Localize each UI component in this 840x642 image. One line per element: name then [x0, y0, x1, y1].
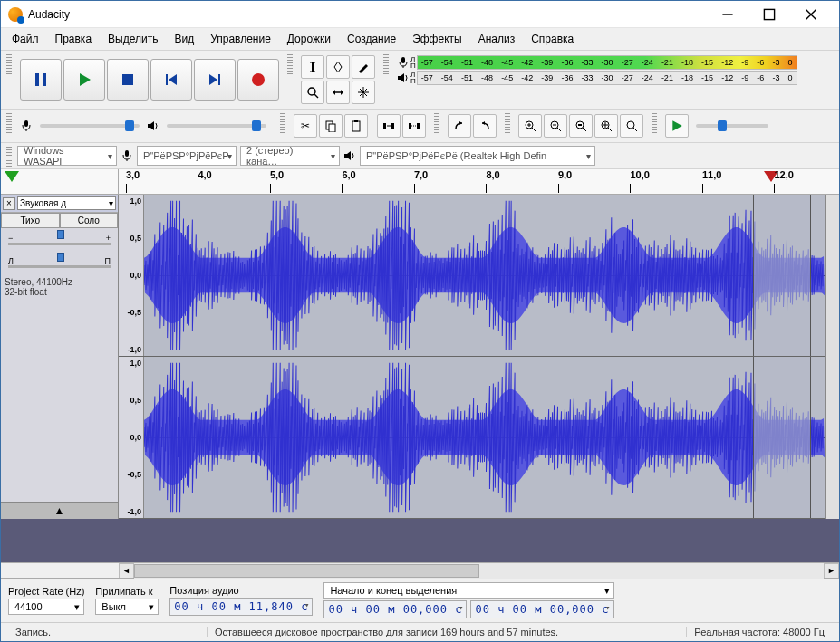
channel-right[interactable]: 1,00,50,0-0,5-1,0	[119, 357, 825, 519]
svg-marker-60	[672, 120, 682, 131]
record-button[interactable]	[237, 59, 279, 101]
svg-line-18	[314, 94, 318, 98]
menu-select[interactable]: Выделить	[101, 30, 165, 48]
grip[interactable]	[6, 145, 12, 167]
draw-tool[interactable]	[352, 55, 375, 79]
vertical-scrollbar[interactable]	[825, 195, 839, 519]
snap-to-select[interactable]: Выкл	[95, 599, 159, 615]
grip[interactable]	[505, 111, 510, 133]
playback-speed-slider[interactable]	[696, 124, 768, 128]
stop-button[interactable]	[107, 59, 149, 101]
skip-start-button[interactable]	[150, 59, 192, 101]
zoom-out-button[interactable]	[544, 114, 567, 138]
channel-left[interactable]: 1,00,50,0-0,5-1,0	[119, 195, 825, 357]
menu-help[interactable]: Справка	[524, 30, 581, 48]
play-button[interactable]	[63, 59, 105, 101]
fit-selection-button[interactable]	[569, 114, 593, 138]
svg-rect-26	[401, 57, 405, 63]
empty-track-space[interactable]	[1, 519, 839, 562]
waveform-canvas-left[interactable]	[144, 195, 825, 356]
svg-rect-39	[409, 123, 411, 129]
menu-analyze[interactable]: Анализ	[471, 30, 523, 48]
waveform-canvas-right[interactable]	[144, 357, 825, 518]
solo-button[interactable]: Соло	[60, 213, 119, 228]
play-at-speed-button[interactable]	[665, 114, 689, 138]
grip[interactable]	[383, 53, 389, 74]
playback-volume-slider[interactable]	[167, 124, 266, 128]
grip[interactable]	[6, 111, 12, 133]
selection-type-select[interactable]: Начало и конец выделения	[323, 582, 613, 599]
envelope-tool[interactable]	[326, 55, 350, 79]
menu-file[interactable]: Файл	[5, 30, 46, 48]
audio-position-display[interactable]: 00 ч 00 м 11,840 с	[169, 598, 313, 616]
device-toolbar: Windows WASAPI P"PëPSP°PjPëPєP 2 (стерео…	[1, 143, 839, 169]
speaker-icon	[147, 120, 159, 132]
mic-icon[interactable]	[397, 56, 410, 69]
paste-button[interactable]	[344, 114, 368, 138]
ruler-scale[interactable]: 3,04,05,06,07,08,09,010,011,012,0	[119, 169, 839, 194]
track-collapse-button[interactable]: ▲	[1, 502, 118, 519]
zoom-in-button[interactable]	[518, 114, 542, 138]
grip[interactable]	[6, 53, 12, 74]
copy-button[interactable]	[319, 114, 343, 138]
close-button[interactable]	[790, 1, 832, 28]
skip-end-button[interactable]	[194, 59, 236, 101]
pause-button[interactable]	[20, 59, 62, 101]
redo-button[interactable]	[473, 114, 497, 138]
maximize-button[interactable]	[748, 1, 790, 28]
scroll-left-button[interactable]: ◄	[119, 563, 134, 579]
cut-button[interactable]: ✂	[294, 114, 317, 138]
multi-tool[interactable]	[352, 81, 375, 104]
selection-tool[interactable]	[301, 55, 324, 79]
mute-button[interactable]: Тихо	[1, 213, 60, 228]
grip[interactable]	[652, 111, 657, 133]
playback-meter[interactable]: -57-54-51-48-45-42-39-36-33-30-27-24-21-…	[417, 71, 797, 85]
scrollbar-track[interactable]	[134, 563, 824, 579]
play-head-pin-icon[interactable]	[5, 171, 19, 182]
scroll-right-button[interactable]: ►	[824, 563, 839, 579]
menu-effects[interactable]: Эффекты	[405, 30, 469, 48]
minimize-button[interactable]	[707, 1, 748, 28]
grip[interactable]	[280, 111, 285, 133]
silence-button[interactable]	[402, 114, 426, 138]
track-name-dropdown[interactable]: Звуковая д	[17, 196, 116, 210]
menu-transport[interactable]: Управление	[203, 30, 278, 48]
selection-end-display[interactable]: 00 ч 00 м 00,000 с	[470, 600, 613, 618]
svg-marker-63	[344, 151, 351, 160]
selection-start-display[interactable]: 00 ч 00 м 00,000 с	[323, 600, 467, 618]
recording-device-select[interactable]: P"PëPSP°PjPëPєP	[137, 146, 237, 166]
svg-rect-1	[764, 9, 774, 19]
ruler-pin-area[interactable]	[1, 169, 119, 194]
recording-meter[interactable]: -57-54-51-48-45-42-39-36-33-30-27-24-21-…	[417, 55, 797, 70]
menu-edit[interactable]: Правка	[48, 30, 100, 48]
menu-view[interactable]: Вид	[167, 30, 201, 48]
grip[interactable]	[287, 53, 293, 74]
zoom-toggle-button[interactable]	[620, 114, 643, 138]
playback-device-select[interactable]: P"PëPSP°PjPëPєPë (Realtek High Defin	[360, 146, 595, 166]
undo-button[interactable]	[448, 114, 471, 138]
speaker-icon[interactable]	[397, 72, 410, 84]
pan-slider[interactable]: ЛП	[8, 256, 111, 268]
horizontal-scrollbar[interactable]: ◄ ►	[1, 562, 839, 578]
svg-rect-5	[43, 73, 46, 86]
transport-controls	[17, 53, 282, 107]
toolbar-row-1: ЛП -57-54-51-48-45-42-39-36-33-30-27-24-…	[1, 51, 839, 110]
menu-tracks[interactable]: Дорожки	[280, 30, 338, 48]
snap-field: Прилипать к Выкл	[95, 586, 159, 615]
scrollbar-thumb[interactable]	[134, 564, 479, 578]
track-close-button[interactable]: ×	[3, 197, 15, 210]
gain-slider[interactable]: −+	[8, 234, 111, 245]
fit-project-button[interactable]	[594, 114, 618, 138]
trim-button[interactable]	[377, 114, 401, 138]
audio-host-select[interactable]: Windows WASAPI	[17, 146, 117, 166]
recording-channels-select[interactable]: 2 (стерео) кана…	[240, 146, 340, 166]
timeline-ruler[interactable]: 3,04,05,06,07,08,09,010,011,012,0	[1, 169, 839, 195]
app-icon	[8, 7, 23, 22]
timeshift-tool[interactable]	[326, 81, 350, 104]
zoom-tool[interactable]	[301, 81, 324, 104]
menu-generate[interactable]: Создание	[340, 30, 403, 48]
grip[interactable]	[434, 111, 439, 133]
svg-rect-7	[122, 74, 133, 85]
project-rate-select[interactable]: 44100	[8, 599, 84, 615]
recording-volume-slider[interactable]	[40, 124, 140, 128]
